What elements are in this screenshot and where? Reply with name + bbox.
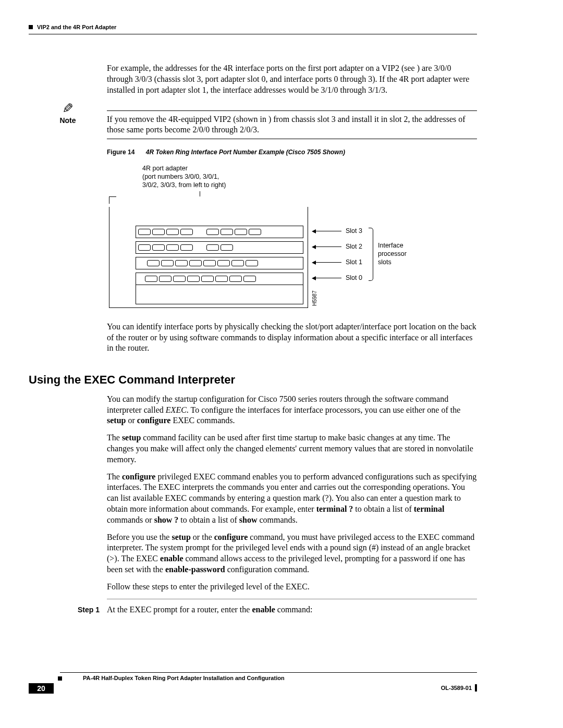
doc-id: OL-3589-01 [441, 684, 472, 692]
paragraph-2: You can identify interface ports by phys… [107, 322, 477, 354]
arrow-left-icon [313, 278, 341, 278]
slot-row [136, 257, 303, 269]
pencil-icon: ✎ [62, 102, 74, 116]
exec-p4: Before you use the setup or the configur… [107, 532, 477, 575]
slot-row [136, 226, 303, 238]
exec-p5: Follow these steps to enter the privileg… [107, 582, 477, 593]
arrow-left-icon [313, 246, 341, 247]
chassis-box [109, 196, 308, 308]
step-label: Step 1 [78, 606, 100, 614]
page-footer: PA-4R Half-Duplex Token Ring Port Adapte… [29, 672, 477, 693]
header-rule [29, 34, 477, 34]
step-1: Step 1 At the EXEC prompt for a router, … [29, 604, 477, 615]
figure-caption: Figure 14 4R Token Ring Interface Port N… [107, 149, 477, 157]
figure-code: H5987 [311, 290, 318, 305]
bottom-panel [136, 285, 303, 304]
exec-p1: You can modify the startup configuration… [107, 394, 477, 426]
slot-row [136, 273, 303, 285]
page-number: 20 [29, 683, 54, 694]
footer-marker-icon [58, 676, 62, 681]
step-rule-top [107, 599, 477, 599]
slot-label: Slot 1 [346, 258, 362, 266]
header-marker-icon [29, 25, 33, 29]
figure-title: 4R Token Ring Interface Port Number Exam… [137, 149, 345, 156]
section-title: VIP2 and the 4R Port Adapter [37, 23, 116, 31]
figure-label: Figure 14 [107, 149, 134, 156]
arrow-left-icon [313, 262, 341, 263]
note-label: Note [29, 116, 107, 125]
slot-label: Slot 3 [346, 227, 362, 235]
bracket-icon [369, 228, 373, 281]
note-block: ✎ Note If you remove the 4R-equipped VIP… [29, 102, 477, 140]
note-text: If you remove the 4R-equipped VIP2 (show… [107, 115, 466, 134]
arrow-left-icon [313, 231, 341, 231]
exec-p3: The configure privileged EXEC command en… [107, 472, 477, 526]
page-header: VIP2 and the 4R Port Adapter [29, 23, 477, 31]
footer-title: PA-4R Half-Duplex Token Ring Port Adapte… [83, 674, 285, 682]
slot-label: Slot 2 [346, 242, 362, 251]
slot-label: Slot 0 [346, 274, 362, 282]
slot-row [136, 241, 303, 254]
paragraph-1: For example, the addresses for the 4R in… [107, 63, 477, 95]
figure-illustration: 4R port adapter (port numbers 3/0/0, 3/0… [107, 164, 477, 310]
figure-side-label: Interface processor slots [378, 241, 407, 267]
figure-callout-top: 4R port adapter (port numbers 3/0/0, 3/0… [142, 164, 226, 190]
exec-p2: The setup command facility can be used a… [107, 433, 477, 465]
footer-bar-icon [475, 684, 477, 692]
heading-exec: Using the EXEC Command Interpreter [29, 373, 477, 388]
